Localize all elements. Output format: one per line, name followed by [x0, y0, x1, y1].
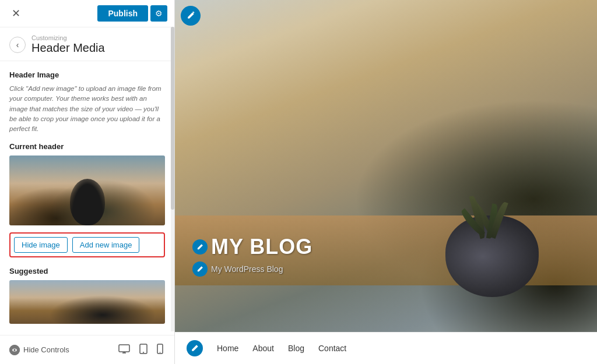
- pencil-icon-tagline: [196, 266, 203, 273]
- add-new-image-button[interactable]: Add new image: [72, 237, 140, 253]
- plant-silhouette: [70, 179, 105, 225]
- plant-leaves: [451, 163, 533, 239]
- blog-title-edit-icon[interactable]: [192, 239, 208, 255]
- blog-tagline: My WordPress Blog: [211, 264, 283, 274]
- device-icons: [117, 342, 165, 358]
- tablet-view-button[interactable]: [138, 342, 149, 358]
- breadcrumb-title: Header Media: [31, 41, 105, 55]
- nav-about[interactable]: About: [252, 344, 274, 353]
- header-image-desc: Click "Add new image" to upload an image…: [9, 84, 165, 134]
- current-header-image: [9, 156, 165, 225]
- header-image-title: Header Image: [9, 70, 165, 79]
- suggested-image: [9, 280, 165, 324]
- hide-image-button[interactable]: Hide image: [14, 237, 68, 253]
- top-bar: ✕ Publish ⚙: [0, 0, 174, 27]
- suggested-label: Suggested: [9, 267, 165, 275]
- blog-title-area: MY BLOG My WordPress Blog: [192, 235, 312, 277]
- pencil-icon-nav: [191, 344, 199, 352]
- bottom-bar: Hide Controls: [0, 335, 174, 364]
- publish-area: Publish ⚙: [97, 5, 167, 22]
- panel-scroll: Header Image Click "Add new image" to up…: [0, 61, 174, 335]
- current-header-label: Current header: [9, 142, 165, 151]
- nav-bar: Home About Blog Contact: [175, 332, 597, 364]
- suggested-image-bg: [9, 280, 165, 324]
- hide-controls-button[interactable]: Hide Controls: [9, 345, 69, 355]
- svg-point-9: [160, 352, 161, 353]
- svg-point-2: [14, 349, 16, 351]
- monitor-icon: [118, 344, 130, 354]
- nav-edit-icon[interactable]: [187, 340, 203, 356]
- nav-home[interactable]: Home: [217, 344, 238, 353]
- svg-point-7: [143, 352, 144, 353]
- blog-title-row: MY BLOG: [192, 235, 312, 259]
- back-row: ‹ Customizing Header Media: [0, 27, 174, 61]
- breadcrumb: Customizing Header Media: [31, 34, 105, 55]
- image-buttons-group: Hide image Add new image: [9, 232, 165, 257]
- nav-blog[interactable]: Blog: [288, 344, 304, 353]
- blog-tagline-row: My WordPress Blog: [192, 261, 312, 277]
- hide-controls-label: Hide Controls: [23, 345, 69, 354]
- scroll-indicator: [171, 27, 174, 331]
- nav-contact[interactable]: Contact: [318, 344, 346, 353]
- tablet-icon: [139, 344, 148, 354]
- scroll-thumb: [171, 27, 174, 210]
- eye-icon: [9, 345, 20, 355]
- decorative-plant: [434, 169, 550, 297]
- left-panel: ✕ Publish ⚙ ‹ Customizing Header Media H…: [0, 0, 175, 364]
- blog-tagline-edit-icon[interactable]: [192, 261, 208, 277]
- hero-edit-icon[interactable]: [181, 6, 201, 26]
- blog-site-title: MY BLOG: [211, 235, 312, 259]
- hide-controls-icon: [9, 345, 20, 355]
- desktop-view-button[interactable]: [117, 342, 132, 358]
- pencil-icon-small: [196, 243, 203, 250]
- settings-button[interactable]: ⚙: [150, 5, 167, 22]
- mobile-view-button[interactable]: [155, 342, 165, 358]
- publish-button[interactable]: Publish: [97, 5, 148, 22]
- close-button[interactable]: ✕: [7, 5, 25, 22]
- phone-icon: [157, 344, 163, 354]
- hero-area: MY BLOG My WordPress Blog: [175, 0, 597, 332]
- right-panel: MY BLOG My WordPress Blog Home About Blo…: [175, 0, 597, 364]
- back-button[interactable]: ‹: [9, 37, 26, 53]
- svg-rect-3: [119, 345, 129, 352]
- breadcrumb-label: Customizing: [31, 34, 105, 41]
- pencil-icon: [187, 12, 195, 20]
